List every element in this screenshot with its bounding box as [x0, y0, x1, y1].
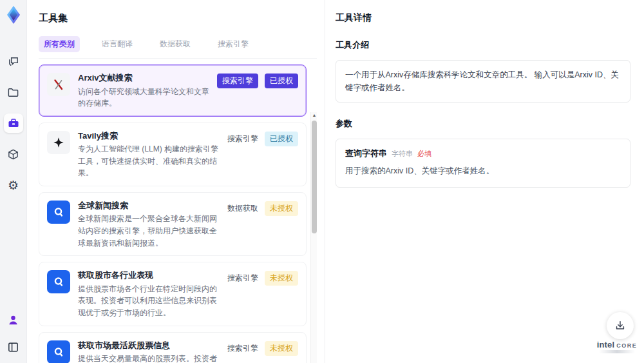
intel-brand-text: intel: [597, 340, 615, 349]
category-label: 搜索引擎: [227, 273, 258, 284]
core-brand-text: CORE: [616, 342, 637, 349]
arxiv-logo-icon: [47, 73, 70, 96]
category-badge: 搜索引擎: [217, 74, 258, 88]
blue-q-logo-icon: [47, 201, 70, 224]
auth-status-badge: 已授权: [265, 74, 298, 88]
tool-name: 全球新闻搜索: [78, 199, 220, 212]
detail-title: 工具详情: [336, 12, 630, 24]
intro-heading: 工具介绍: [336, 39, 630, 51]
tool-card-global-news[interactable]: 全球新闻搜索 全球新闻搜索是一个聚合全球各大新闻网站内容的搜索引擎，帮助用户快速…: [39, 192, 307, 256]
auth-status-badge: 未授权: [265, 341, 298, 356]
tool-description: 全球新闻搜索是一个聚合全球各大新闻网站内容的搜索引擎，帮助用户快速获取全球最新资…: [78, 213, 220, 249]
param-type: 字符串: [392, 149, 413, 159]
tool-name: Arxiv文献搜索: [78, 72, 209, 84]
tool-name: Tavily搜索: [78, 130, 220, 142]
tool-name: 获取股市各行业表现: [78, 269, 220, 282]
tool-card-most-active-stocks[interactable]: 获取市场最活跃股票信息 提供当天交易量最高的股票列表。投资者可以利用这些信息来识…: [39, 332, 307, 363]
list-scrollbar[interactable]: ▲ ▼: [310, 112, 317, 363]
tool-detail-panel: 工具详情 工具介绍 一个用于从Arxiv存储库搜索科学论文和文章的工具。 输入可…: [336, 9, 630, 357]
toolbox-icon[interactable]: [4, 113, 23, 133]
blue-q-logo-icon: [47, 340, 70, 363]
intel-core-logo: intel CORE: [599, 340, 635, 353]
left-rail: ⚙: [0, 0, 27, 363]
cube-icon[interactable]: [4, 144, 23, 164]
page-title: 工具集: [39, 12, 317, 25]
tool-card-sector-performance[interactable]: 获取股市各行业表现 提供股票市场各个行业在特定时间段内的表现。投资者可以利用这些…: [39, 262, 307, 326]
auth-status-badge: 未授权: [265, 201, 298, 216]
panel-divider: [325, 0, 325, 363]
user-avatar-icon[interactable]: [4, 310, 23, 329]
param-required-label: 必填: [417, 149, 431, 159]
download-button[interactable]: [607, 312, 634, 339]
tab-search-engine[interactable]: 搜索引擎: [213, 36, 254, 52]
settings-gear-icon[interactable]: ⚙: [4, 175, 23, 195]
folder-icon[interactable]: [4, 83, 23, 102]
tool-name: 获取市场最活跃股票信息: [78, 339, 220, 352]
tool-card-arxiv[interactable]: Arxiv文献搜索 访问各个研究领域大量科学论文和文章的存储库。 搜索引擎 已授…: [39, 64, 307, 117]
tool-card-tavily[interactable]: Tavily搜索 专为人工智能代理 (LLM) 构建的搜索引擎工具，可快速提供实…: [39, 123, 307, 186]
tool-list: Arxiv文献搜索 访问各个研究领域大量科学论文和文章的存储库。 搜索引擎 已授…: [39, 64, 317, 363]
tool-description: 专为人工智能代理 (LLM) 构建的搜索引擎工具，可快速提供实时、准确和真实的结…: [78, 143, 220, 179]
scrollbar-thumb[interactable]: [312, 121, 317, 233]
tool-description: 提供当天交易量最高的股票列表。投资者可以利用这些信息来识别流动性强的股票和潜在的…: [78, 353, 220, 363]
auth-status-badge: 未授权: [265, 271, 298, 286]
panel-toggle-icon[interactable]: [4, 337, 23, 357]
scroll-up-arrow[interactable]: ▲: [311, 112, 317, 119]
auth-status-badge: 已授权: [265, 132, 298, 146]
tool-list-panel: 工具集 所有类别 语言翻译 数据获取 搜索引擎 Arxiv文献搜索 访问各个研究…: [39, 9, 317, 363]
tab-all-categories[interactable]: 所有类别: [39, 36, 80, 52]
tool-description: 访问各个研究领域大量科学论文和文章的存储库。: [78, 86, 209, 110]
category-label: 数据获取: [227, 203, 258, 214]
parameter-card: 查询字符串 字符串 必填 用于搜索的Arxiv ID、关键字或作者姓名。: [336, 139, 630, 188]
category-tabs: 所有类别 语言翻译 数据获取 搜索引擎: [39, 36, 317, 59]
param-name: 查询字符串: [345, 148, 387, 159]
tab-data-acquisition[interactable]: 数据获取: [155, 36, 196, 52]
intel-logo-underline: [599, 350, 635, 353]
blue-q-logo-icon: [47, 270, 70, 293]
category-label: 搜索引擎: [227, 343, 258, 354]
app-window: ⚙ 工具集 所有类别 语言翻译 数据获取 搜索引擎: [0, 0, 644, 363]
params-heading: 参数: [336, 118, 630, 130]
tavily-star-icon: [47, 131, 70, 154]
category-label: 搜索引擎: [227, 133, 258, 144]
chat-icon[interactable]: [4, 52, 23, 71]
param-description: 用于搜索的Arxiv ID、关键字或作者姓名。: [345, 165, 621, 177]
tool-intro-box: 一个用于从Arxiv存储库搜索科学论文和文章的工具。 输入可以是Arxiv ID…: [336, 60, 630, 103]
tool-description: 提供股票市场各个行业在特定时间段内的表现。投资者可以利用这些信息来识别表现优于或…: [78, 283, 220, 319]
tab-language-translation[interactable]: 语言翻译: [97, 36, 138, 52]
app-logo-icon[interactable]: [4, 5, 23, 25]
